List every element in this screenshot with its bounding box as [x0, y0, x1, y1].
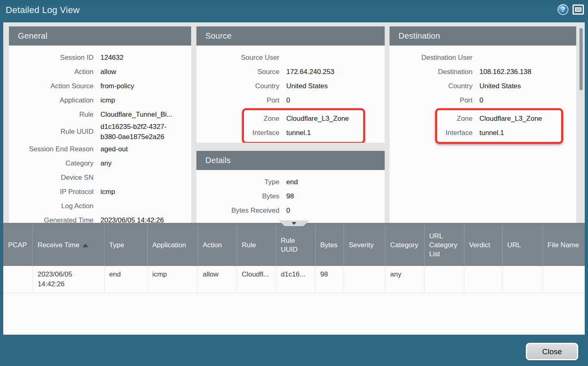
field-row-generated-time: Generated Time 2023/06/05 14:42:26: [9, 213, 191, 223]
field-value: any: [94, 158, 111, 168]
field-value: 108.162.236.138: [473, 67, 531, 77]
field-row-rule-uuid: Rule UUID d1c16235-b2f2-4327-b380-0ae187…: [9, 122, 191, 142]
field-label: Type: [196, 175, 279, 189]
field-label: Source: [196, 65, 279, 79]
field-value: 0: [473, 95, 483, 105]
field-value: end: [279, 177, 298, 187]
cell-application: icmp: [147, 266, 198, 293]
field-row-log-action: Log Action: [9, 199, 191, 213]
field-row-ip-protocol: IP Protocol icmp: [9, 185, 191, 199]
field-value: 2023/06/05 14:42:26: [94, 215, 164, 223]
field-value: United States: [473, 81, 521, 91]
field-value: Cloudflare_L3_Zone: [473, 113, 542, 124]
field-row-session-end-reason: Session End Reason aged-out: [9, 142, 191, 156]
field-row-device-sn: Device SN: [9, 170, 191, 185]
log-table: PCAP Receive Time Type Application Actio…: [3, 223, 585, 293]
field-row-application: Application icmp: [9, 93, 191, 107]
field-row-action-source: Action Source from-policy: [9, 79, 191, 93]
general-panel-body: Session ID 124632 Action allow Action So…: [9, 46, 191, 223]
maximize-window-icon[interactable]: [573, 4, 584, 15]
column-header-bytes[interactable]: Bytes: [315, 224, 344, 266]
field-row-zone: Zone Cloudflare_L3_Zone: [244, 111, 363, 126]
field-row-bytes: Bytes 98: [196, 189, 385, 203]
field-row-port: Port 0: [196, 93, 385, 107]
field-value: allow: [94, 67, 116, 77]
field-row-interface: Interface tunnel.1: [244, 126, 363, 140]
field-label: Zone: [244, 111, 279, 126]
field-value: 124632: [94, 52, 124, 63]
field-value: 0: [279, 95, 290, 105]
field-row-type: Type end: [196, 175, 385, 189]
cell-severity: [344, 266, 385, 293]
field-label: Source User: [196, 50, 279, 65]
field-label: Rule UUID: [9, 122, 94, 142]
field-row-interface: Interface tunnel.1: [437, 126, 561, 140]
scrollbar-thumb[interactable]: [579, 28, 583, 90]
close-button[interactable]: Close: [526, 343, 578, 360]
column-header-receive-time[interactable]: Receive Time: [33, 224, 104, 266]
column-header-rule-uuid[interactable]: Rule UUID: [276, 224, 315, 266]
table-row[interactable]: 2023/06/05 14:42:26 end icmp allow Cloud…: [3, 266, 585, 293]
destination-panel-body: Destination User Destination 108.162.236…: [390, 46, 576, 144]
field-value: United States: [279, 81, 328, 91]
cell-receive-time: 2023/06/05 14:42:26: [33, 266, 104, 293]
destination-panel: Destination Destination User Destination…: [390, 26, 576, 223]
column-header-url[interactable]: URL: [502, 224, 542, 266]
column-header-url-category-list[interactable]: URL Category List: [424, 224, 464, 266]
field-row-session-id: Session ID 124632: [9, 50, 191, 65]
field-value: from-policy: [94, 81, 134, 91]
field-row-destination: Destination 108.162.236.138: [390, 65, 576, 79]
cell-file-name: [542, 266, 585, 293]
general-panel: General Session ID 124632 Action allow A…: [9, 26, 191, 223]
field-row-destination-user: Destination User: [390, 50, 576, 65]
field-row-rule: Rule Cloudflare_Tunnel_Bi...: [9, 107, 191, 122]
field-value: 0: [279, 205, 290, 216]
source-zone-highlight-box: Zone Cloudflare_L3_Zone Interface tunnel…: [242, 108, 365, 143]
field-row-country: Country United States: [196, 79, 385, 93]
help-icon-glyph: ?: [561, 6, 565, 14]
field-row-bytes-received: Bytes Received 0: [196, 203, 385, 218]
field-label: Action: [9, 65, 94, 79]
field-label: Bytes Received: [196, 203, 279, 218]
field-value: 98: [279, 191, 294, 201]
field-label: Interface: [437, 126, 473, 140]
field-row-source-user: Source User: [196, 50, 385, 65]
cell-action: allow: [198, 266, 237, 293]
destination-zone-highlight-box: Zone Cloudflare_L3_Zone Interface tunnel…: [435, 108, 563, 144]
cell-url-category-list: [424, 266, 464, 293]
field-label: Log Action: [9, 199, 94, 213]
field-label: Country: [196, 79, 279, 93]
field-label: Session End Reason: [9, 142, 94, 156]
field-value: tunnel.1: [473, 128, 504, 138]
field-row-source: Source 172.64.240.253: [196, 65, 385, 79]
column-header-verdict[interactable]: Verdict: [464, 224, 502, 266]
column-header-file-name[interactable]: File Name: [542, 224, 585, 266]
help-icon[interactable]: ?: [558, 4, 568, 15]
field-label: Country: [390, 79, 473, 93]
field-value: Cloudflare_L3_Zone: [279, 113, 349, 124]
column-header-application[interactable]: Application: [147, 224, 198, 266]
cell-rule: Cloudfl...: [237, 266, 276, 293]
cell-category: any: [385, 266, 424, 293]
cell-url: [502, 266, 542, 293]
field-value: aged-out: [94, 144, 128, 154]
details-panel-body: Type end Bytes 98 Bytes Received 0: [196, 170, 385, 218]
column-header-category[interactable]: Category: [385, 224, 424, 266]
table-header-row: PCAP Receive Time Type Application Actio…: [3, 224, 585, 266]
column-header-label: Receive Time: [38, 241, 80, 249]
column-header-severity[interactable]: Severity: [344, 224, 385, 266]
source-panel-body: Source User Source 172.64.240.253 Countr…: [196, 46, 385, 143]
field-label: Port: [196, 93, 279, 107]
maximize-window-icon-inner: [575, 7, 581, 12]
field-value: icmp: [94, 95, 115, 105]
field-label: IP Protocol: [9, 185, 94, 199]
field-label: Session ID: [9, 50, 94, 65]
cell-verdict: [464, 266, 502, 293]
column-header-action[interactable]: Action: [198, 224, 237, 266]
column-header-pcap[interactable]: PCAP: [3, 224, 33, 266]
column-header-rule[interactable]: Rule: [237, 224, 276, 266]
column-header-type[interactable]: Type: [104, 224, 147, 266]
field-value: Cloudflare_Tunnel_Bi...: [94, 109, 172, 120]
sort-ascending-icon: [83, 244, 88, 247]
field-row-zone: Zone Cloudflare_L3_Zone: [437, 111, 561, 126]
